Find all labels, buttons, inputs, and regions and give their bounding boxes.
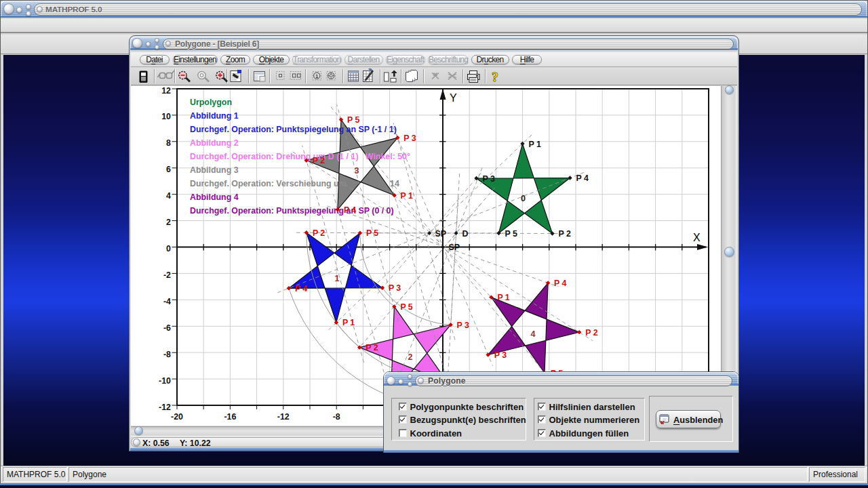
svg-text:P 4: P 4 xyxy=(344,205,356,215)
svg-text:P 5: P 5 xyxy=(400,302,412,312)
svg-text:Durchgef. Operation: Punktspie: Durchgef. Operation: Punktspiegelung an … xyxy=(190,206,394,216)
svg-text:2: 2 xyxy=(166,218,171,227)
svg-text:12: 12 xyxy=(161,86,171,96)
svg-text:Abbildung 1: Abbildung 1 xyxy=(190,111,239,121)
svg-text:P 5: P 5 xyxy=(347,115,359,125)
svg-text:SP: SP xyxy=(435,229,447,239)
svg-text:P 1: P 1 xyxy=(497,293,509,302)
svg-text:D: D xyxy=(462,229,469,239)
svg-text:-12: -12 xyxy=(277,412,290,422)
svg-text:P 3: P 3 xyxy=(483,174,495,184)
svg-text:SP: SP xyxy=(449,243,460,252)
svg-text:2: 2 xyxy=(408,352,412,362)
svg-text:P 3: P 3 xyxy=(457,321,469,330)
svg-text:Durchgef. Operation: Punktspie: Durchgef. Operation: Punktspiegelung an … xyxy=(190,125,397,134)
svg-text:P 3: P 3 xyxy=(389,283,401,293)
svg-text:P 4: P 4 xyxy=(576,174,589,183)
svg-text:P 4: P 4 xyxy=(295,284,307,293)
svg-text:Durchgef. Operation: Verschieb: Durchgef. Operation: Verschiebung um xyxy=(190,179,347,188)
svg-text:1: 1 xyxy=(315,74,318,79)
svg-text:P 4: P 4 xyxy=(554,279,566,288)
svg-text:3: 3 xyxy=(354,166,359,176)
svg-text:4: 4 xyxy=(530,329,535,339)
svg-text:P 1: P 1 xyxy=(529,140,541,149)
svg-text:1: 1 xyxy=(334,274,339,283)
svg-text:?: ? xyxy=(492,70,498,84)
svg-text:-20: -20 xyxy=(171,412,183,422)
svg-text:P 3: P 3 xyxy=(403,134,416,143)
svg-text:P 1: P 1 xyxy=(342,318,355,327)
svg-text:P 2: P 2 xyxy=(313,156,325,165)
svg-text:P 2: P 2 xyxy=(585,328,597,338)
svg-text:4: 4 xyxy=(166,191,171,201)
svg-text:Durchgef. Operation: Drehung u: Durchgef. Operation: Drehung um D (1 / 1… xyxy=(190,152,410,161)
svg-text:P 2: P 2 xyxy=(559,229,571,239)
svg-text:0: 0 xyxy=(166,244,171,253)
svg-text:14: 14 xyxy=(390,179,399,188)
svg-text:P 2: P 2 xyxy=(313,228,325,238)
svg-text:-8: -8 xyxy=(333,412,340,422)
svg-text:Abbildung 4: Abbildung 4 xyxy=(190,192,239,202)
svg-text:P 5: P 5 xyxy=(505,229,517,239)
svg-text:P 3: P 3 xyxy=(494,350,507,360)
svg-text:8: 8 xyxy=(166,138,171,148)
svg-text:6: 6 xyxy=(166,165,171,174)
svg-text:-6: -6 xyxy=(163,323,171,333)
svg-text:P 2: P 2 xyxy=(366,343,378,352)
svg-text:10: 10 xyxy=(161,112,171,121)
svg-text:Abbildung 2: Abbildung 2 xyxy=(190,138,239,148)
svg-text:Abbildung 3: Abbildung 3 xyxy=(190,165,239,175)
svg-text:Urpolygon: Urpolygon xyxy=(190,98,232,107)
svg-text:Y: Y xyxy=(450,92,457,104)
svg-text:X: X xyxy=(693,232,701,243)
svg-text:-8: -8 xyxy=(163,350,171,359)
svg-text:-16: -16 xyxy=(224,412,236,422)
svg-text:-4: -4 xyxy=(163,297,171,306)
svg-text:P 1: P 1 xyxy=(401,191,413,201)
svg-text:-10: -10 xyxy=(159,376,171,386)
svg-text:P 5: P 5 xyxy=(366,228,378,238)
svg-text:-2: -2 xyxy=(163,270,171,280)
svg-text:0: 0 xyxy=(521,194,526,203)
svg-text:-12: -12 xyxy=(159,403,171,412)
